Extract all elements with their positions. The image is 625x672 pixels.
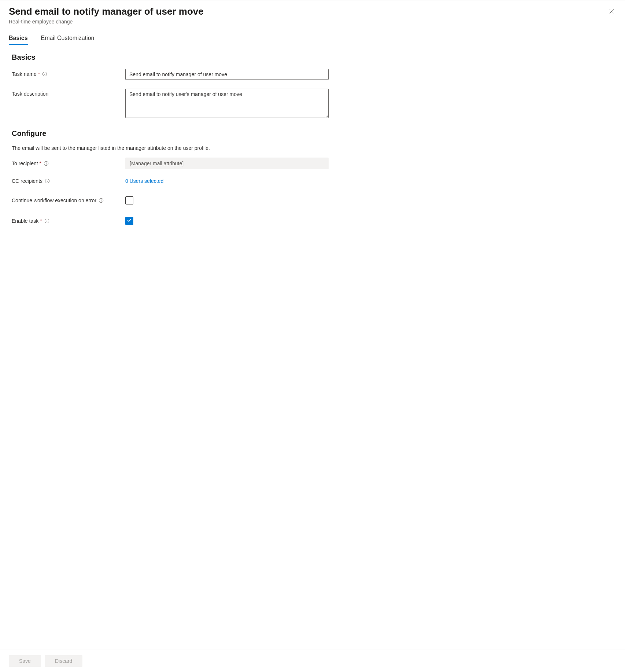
panel-header: Send email to notify manager of user mov… [0, 0, 625, 25]
task-description-row: Task description Send email to notify us… [12, 89, 613, 119]
tab-email-customization[interactable]: Email Customization [41, 35, 95, 45]
svg-point-13 [101, 199, 101, 199]
to-recipient-field: [Manager mail attribute] [125, 158, 329, 169]
svg-point-4 [45, 73, 45, 73]
to-recipient-label: To recipient * [12, 160, 125, 166]
panel-subtitle: Real-time employee change [9, 19, 204, 25]
cc-recipients-link[interactable]: 0 Users selected [125, 178, 163, 184]
configure-heading: Configure [12, 129, 613, 138]
enable-task-checkbox[interactable] [125, 217, 133, 225]
task-description-label: Task description [12, 89, 125, 97]
save-button[interactable]: Save [9, 655, 41, 667]
info-icon[interactable] [45, 178, 50, 184]
checkmark-icon [127, 218, 132, 224]
configure-description: The email will be sent to the manager li… [12, 145, 613, 151]
task-name-label: Task name * [12, 69, 125, 77]
svg-point-7 [46, 162, 47, 162]
to-recipient-row: To recipient * [Manager mail attribute] [12, 158, 613, 169]
tab-basics[interactable]: Basics [9, 35, 28, 45]
info-icon[interactable] [44, 218, 49, 224]
tabs: Basics Email Customization [0, 35, 625, 45]
continue-on-error-row: Continue workflow execution on error [12, 196, 613, 204]
close-button[interactable] [607, 7, 616, 17]
panel-title: Send email to notify manager of user mov… [9, 5, 204, 18]
svg-point-10 [47, 180, 48, 180]
required-indicator: * [40, 160, 41, 166]
required-indicator: * [40, 218, 42, 224]
task-description-input[interactable]: Send email to notify user's manager of u… [125, 89, 329, 118]
required-indicator: * [38, 71, 40, 77]
continue-on-error-checkbox[interactable] [125, 196, 133, 204]
enable-task-row: Enable task * [12, 217, 613, 225]
close-icon [609, 8, 615, 15]
task-panel: Send email to notify manager of user mov… [0, 0, 625, 672]
panel-content: Basics Task name * Task description [0, 45, 625, 650]
continue-on-error-label: Continue workflow execution on error [12, 197, 125, 203]
basics-heading: Basics [12, 53, 613, 62]
enable-task-label: Enable task * [12, 218, 125, 224]
cc-recipients-row: CC recipients 0 Users selected [12, 178, 613, 184]
discard-button[interactable]: Discard [45, 655, 82, 667]
svg-point-16 [47, 219, 47, 220]
cc-recipients-label: CC recipients [12, 178, 125, 184]
task-name-row: Task name * [12, 69, 613, 80]
info-icon[interactable] [99, 198, 104, 203]
panel-footer: Save Discard [0, 650, 625, 672]
info-icon[interactable] [44, 161, 49, 166]
info-icon[interactable] [42, 71, 47, 77]
task-name-input[interactable] [125, 69, 329, 80]
